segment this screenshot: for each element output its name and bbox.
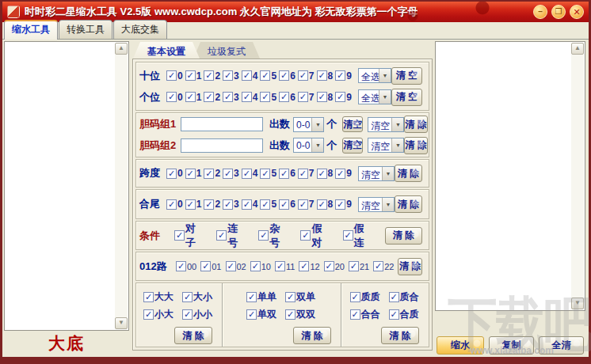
digit-checkbox[interactable]: ✓1 (185, 92, 202, 103)
road012-checkbox[interactable]: ✓12 (299, 261, 319, 271)
road012-checkbox[interactable]: ✓11 (275, 261, 295, 271)
parity-checkbox[interactable]: ✓双双 (285, 308, 315, 321)
main-tab[interactable]: 转换工具 (59, 20, 112, 39)
digit-checkbox[interactable]: ✓5 (260, 168, 276, 179)
units-clear-button[interactable]: 清 空 (391, 89, 422, 106)
danma-group1-remove-button[interactable]: 清 除 (404, 116, 427, 133)
chevron-down-icon[interactable]: ▼ (379, 90, 391, 104)
span-remove-button[interactable]: 清 除 (395, 165, 422, 182)
danma-group1-clear-button[interactable]: 清空 (342, 116, 363, 132)
digit-checkbox[interactable]: ✓8 (317, 199, 334, 210)
digit-checkbox[interactable]: ✓1 (185, 168, 202, 179)
chevron-down-icon[interactable]: ▼ (391, 118, 403, 131)
digit-checkbox[interactable]: ✓0 (166, 92, 183, 103)
right-scrollbar[interactable]: ▲ ▼ (571, 43, 584, 309)
prime-checkbox[interactable]: ✓合合 (350, 308, 380, 321)
chevron-down-icon[interactable]: ▼ (311, 138, 323, 152)
chevron-down-icon[interactable]: ▼ (311, 118, 323, 131)
digit-checkbox[interactable]: ✓6 (279, 168, 296, 179)
tail-select[interactable]: 清空▼ (358, 197, 395, 212)
digit-checkbox[interactable]: ✓1 (185, 199, 202, 210)
road012-checkbox[interactable]: ✓20 (324, 261, 345, 271)
road012-checkbox[interactable]: ✓02 (226, 261, 246, 271)
condition-remove-button[interactable]: 清 除 (385, 227, 422, 245)
digit-checkbox[interactable]: ✓7 (298, 70, 315, 82)
prime-remove-button[interactable]: 清 除 (381, 327, 419, 344)
digit-checkbox[interactable]: ✓3 (223, 199, 239, 210)
scroll-up-icon[interactable]: ▲ (115, 43, 128, 55)
danma-group1-clear-select[interactable]: 清空▼ (368, 117, 404, 132)
main-tab[interactable]: 缩水工具 (4, 20, 58, 40)
danma-group1-input[interactable] (181, 117, 263, 131)
danma-group2-input[interactable] (181, 138, 263, 153)
main-tab[interactable]: 大底交集 (113, 20, 167, 39)
road012-checkbox[interactable]: ✓10 (250, 261, 271, 271)
parity-checkbox[interactable]: ✓单单 (246, 290, 276, 304)
prime-checkbox[interactable]: ✓质质 (350, 290, 380, 304)
scroll-up-icon[interactable]: ▲ (571, 43, 584, 55)
danma-group2-clear-select[interactable]: 清空▼ (368, 138, 404, 153)
danma-group1-count-select[interactable]: 0-0▼ (293, 117, 324, 132)
units-select[interactable]: 全选▼ (358, 89, 391, 104)
digit-checkbox[interactable]: ✓8 (317, 70, 334, 82)
condition-checkbox[interactable]: ✓连号 (216, 222, 247, 250)
digit-checkbox[interactable]: ✓6 (279, 70, 296, 82)
parity-remove-button[interactable]: 清 除 (293, 327, 331, 344)
condition-checkbox[interactable]: ✓对子 (174, 222, 205, 250)
span-select[interactable]: 清空▼ (358, 166, 395, 181)
danma-group2-remove-button[interactable]: 清 除 (404, 137, 427, 154)
digit-checkbox[interactable]: ✓2 (204, 168, 220, 179)
digit-checkbox[interactable]: ✓0 (166, 168, 183, 179)
digit-checkbox[interactable]: ✓7 (298, 199, 315, 210)
clear-all-button[interactable]: 全清 (539, 336, 584, 355)
digit-checkbox[interactable]: ✓4 (242, 168, 258, 179)
digit-checkbox[interactable]: ✓7 (298, 168, 315, 179)
digit-checkbox[interactable]: ✓7 (298, 92, 315, 103)
digit-checkbox[interactable]: ✓1 (185, 70, 202, 82)
maximize-button[interactable]: ❐ (551, 5, 566, 19)
digit-checkbox[interactable]: ✓9 (335, 92, 352, 103)
dadi-result-list[interactable]: ▲ ▼ (4, 41, 129, 331)
digit-checkbox[interactable]: ✓5 (260, 70, 276, 82)
road012-checkbox[interactable]: ✓00 (176, 261, 196, 271)
digit-checkbox[interactable]: ✓4 (242, 70, 258, 82)
road012-checkbox[interactable]: ✓01 (200, 261, 221, 271)
copy-button[interactable]: 复制 (489, 336, 534, 355)
scroll-down-icon[interactable]: ▼ (571, 298, 584, 309)
tens-select[interactable]: 全选▼ (358, 68, 391, 83)
chevron-down-icon[interactable]: ▼ (382, 167, 394, 180)
scroll-down-icon[interactable]: ▼ (115, 317, 128, 329)
digit-checkbox[interactable]: ✓5 (260, 199, 276, 210)
danma-group2-clear-button[interactable]: 清空 (342, 138, 363, 154)
settings-tab[interactable]: 基本设置 (133, 42, 200, 59)
prime-checkbox[interactable]: ✓合质 (389, 308, 419, 321)
chevron-down-icon[interactable]: ▼ (379, 69, 391, 82)
parity-checkbox[interactable]: ✓单双 (246, 308, 276, 321)
digit-checkbox[interactable]: ✓3 (223, 168, 239, 179)
digit-checkbox[interactable]: ✓4 (242, 92, 258, 103)
prime-checkbox[interactable]: ✓质合 (389, 290, 419, 304)
digit-checkbox[interactable]: ✓6 (279, 92, 296, 103)
size-checkbox[interactable]: ✓小小 (182, 308, 212, 321)
condition-checkbox[interactable]: ✓假对 (300, 222, 331, 250)
tail-remove-button[interactable]: 清 除 (395, 195, 422, 213)
size-checkbox[interactable]: ✓大小 (182, 290, 212, 304)
minimize-button[interactable]: – (533, 5, 547, 19)
close-button[interactable]: ✕ (570, 5, 584, 19)
danma-group2-count-select[interactable]: 0-0▼ (293, 138, 324, 153)
digit-checkbox[interactable]: ✓2 (204, 70, 220, 82)
chevron-down-icon[interactable]: ▼ (382, 198, 394, 211)
shrink-button[interactable]: 缩水 (437, 336, 484, 355)
digit-checkbox[interactable]: ✓3 (223, 92, 239, 103)
size-checkbox[interactable]: ✓大大 (143, 290, 173, 304)
digit-checkbox[interactable]: ✓9 (335, 199, 352, 210)
tens-clear-button[interactable]: 清 空 (391, 67, 422, 85)
size-remove-button[interactable]: 清 除 (174, 327, 212, 344)
digit-checkbox[interactable]: ✓9 (335, 168, 352, 179)
digit-checkbox[interactable]: ✓8 (317, 92, 334, 103)
digit-checkbox[interactable]: ✓2 (204, 199, 220, 210)
digit-checkbox[interactable]: ✓9 (335, 70, 352, 82)
digit-checkbox[interactable]: ✓0 (166, 199, 183, 210)
condition-checkbox[interactable]: ✓杂号 (258, 222, 289, 250)
left-scrollbar[interactable]: ▲ ▼ (115, 43, 128, 329)
